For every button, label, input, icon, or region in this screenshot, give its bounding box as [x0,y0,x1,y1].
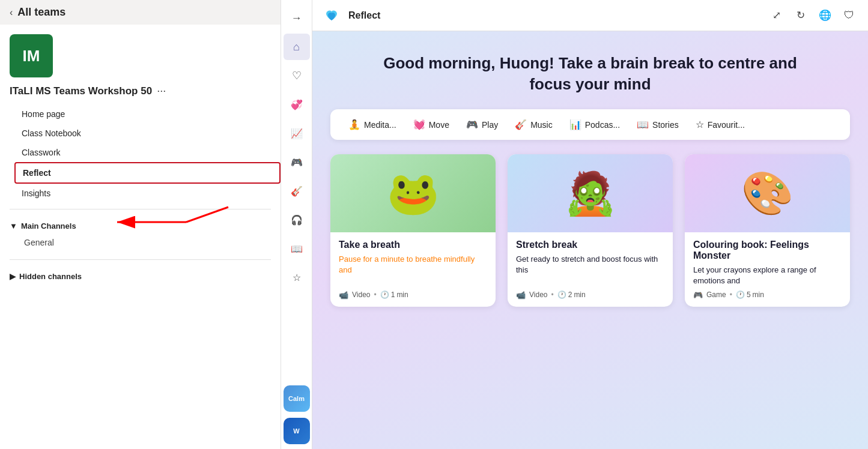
play-icon: 🎮 [466,119,478,130]
stories-icon: 📖 [637,119,649,130]
shield-icon: 🛡 [844,10,854,22]
tab-meditation-label: Medita... [364,120,396,130]
card-meta-1: 📹 Video • 🕐 1 min [339,291,487,300]
tab-stories-label: Stories [652,120,679,130]
meditation-icon: 🧘 [348,119,360,130]
card-time-1: 🕐 1 min [380,291,408,299]
tab-play-label: Play [482,120,498,130]
video-icon-1: 📹 [339,291,348,300]
star-icon-btn[interactable]: ☆ [284,264,310,291]
reflect-content: Good morning, Huong! Take a brain break … [312,31,868,449]
top-bar-actions: ⤢ ↻ 🌐 🛡 [767,6,858,25]
card-type-3: Game [706,291,726,299]
app-title: Reflect [348,10,760,21]
gamepad-icon-btn[interactable]: 🎮 [284,149,310,175]
book-icon-btn[interactable]: 📖 [284,235,310,262]
hidden-channels-toggle[interactable]: ▶ Hidden channels [10,268,82,285]
nav-list: Home page Class Notebook Classwork Refle… [0,104,281,203]
nav-item-insights[interactable]: Insights [14,184,281,203]
icon-column: → ⌂ ♡ 💞 📈 🎮 🎸 🎧 📖 ☆ Calm W [281,0,312,449]
card-take-a-breath[interactable]: 🐸 Take a breath Pause for a minute to br… [330,154,496,306]
back-icon: ‹ [10,7,13,18]
sidebar-header: ‹ All teams [0,0,281,25]
gamepad-icon: 🎮 [291,157,303,168]
main-content: Reflect ⤢ ↻ 🌐 🛡 Good morning, Huong! Tak… [312,0,868,449]
tab-favourites-label: Favourit... [708,120,745,130]
pulse-icon-btn[interactable]: 📈 [284,120,310,146]
tab-meditation[interactable]: 🧘 Medita... [340,115,405,134]
card-duration-1: 1 [391,291,395,299]
guitar-icon-btn[interactable]: 🎸 [284,178,310,204]
tab-favourites[interactable]: ☆ Favourit... [687,115,753,134]
all-teams-label: All teams [17,6,65,19]
globe-icon-btn[interactable]: 🌐 [815,6,834,25]
card-emoji-3: 🎨 [741,169,794,218]
home-icon-btn[interactable]: ⌂ [284,34,310,60]
reflect-app-icon [322,6,341,25]
nav-item-homepage[interactable]: Home page [14,104,281,124]
card-colouring-book[interactable]: 🎨 Colouring book: Feelings Monster Let y… [685,154,850,306]
calm-app-btn[interactable]: Calm [284,385,310,412]
greeting-section: Good morning, Huong! Take a brain break … [312,31,868,109]
card-body-2: Stretch break Get ready to stretch and b… [508,232,673,306]
tab-move[interactable]: 💓 Move [405,115,458,134]
clock-icon-1: 🕐 [380,291,389,299]
card-type-2: Video [529,291,547,299]
headphones-icon-btn[interactable]: 🎧 [284,206,310,233]
guitar-icon: 🎸 [291,185,303,197]
tab-music[interactable]: 🎸 Music [506,115,561,134]
nav-item-classwork[interactable]: Classwork [14,143,281,162]
book-icon: 📖 [291,243,303,255]
card-duration-3: 5 [747,291,751,299]
section-divider [10,209,271,209]
team-name: ITaLI MS Teams Workshop 50 [10,85,152,97]
card-body-3: Colouring book: Feelings Monster Let you… [685,232,850,306]
card-emoji-1: 🐸 [387,169,439,218]
card-image-1: 🐸 [330,154,496,232]
card-meta-2: 📹 Video • 🕐 2 min [516,291,664,300]
card-image-2: 🧟 [508,154,673,232]
nav-item-reflect[interactable]: Reflect [14,162,281,184]
tab-play[interactable]: 🎮 Play [458,115,506,134]
word-app-btn[interactable]: W [284,418,310,444]
card-title-2: Stretch break [516,240,664,250]
card-unit-3: min [753,291,764,299]
headphones-icon: 🎧 [291,214,303,226]
channel-general[interactable]: General [10,234,271,251]
arrow-right-icon-btn[interactable]: → [284,5,310,31]
shield-heart-icon-btn[interactable]: 💞 [284,91,310,118]
shield-icon-btn[interactable]: 🛡 [839,6,858,25]
card-stretch-break[interactable]: 🧟 Stretch break Get ready to stretch and… [508,154,673,306]
main-channels-label: Main Channels [21,221,76,231]
team-avatar: IM [10,34,53,77]
card-unit-1: min [396,291,408,299]
main-channels-toggle[interactable]: ▼ Main Channels [10,218,76,234]
podcast-icon: 📊 [569,119,581,130]
arrow-right-icon: → [291,12,302,25]
team-name-row: ITaLI MS Teams Workshop 50 ··· [0,82,281,104]
home-icon: ⌂ [293,41,300,53]
top-bar: Reflect ⤢ ↻ 🌐 🛡 [312,0,868,31]
heart-icon-btn[interactable]: ♡ [284,62,310,89]
card-title-1: Take a breath [339,240,487,250]
tab-stories[interactable]: 📖 Stories [628,115,687,134]
refresh-icon-btn[interactable]: ↻ [791,6,810,25]
tab-podcasts[interactable]: 📊 Podcas... [561,115,628,134]
back-button[interactable]: ‹ [10,7,13,18]
favourites-icon: ☆ [696,119,704,130]
channels-section: ▼ Main Channels General [0,215,281,253]
expand-icon-btn[interactable]: ⤢ [767,6,786,25]
globe-icon: 🌐 [819,9,831,22]
card-duration-2: 2 [568,291,572,299]
game-icon-3: 🎮 [693,291,703,300]
card-image-3: 🎨 [685,154,850,232]
chevron-down-icon: ▼ [10,221,17,231]
video-icon-2: 📹 [516,291,526,300]
team-more-button[interactable]: ··· [157,85,166,97]
nav-item-classnotebook[interactable]: Class Notebook [14,124,281,143]
chevron-right-icon: ▶ [10,272,16,281]
clock-icon-3: 🕐 [736,291,745,299]
card-desc-3: Let your crayons explore a range of emot… [693,265,842,286]
pulse-icon: 📈 [291,128,303,139]
tab-move-label: Move [429,120,449,130]
